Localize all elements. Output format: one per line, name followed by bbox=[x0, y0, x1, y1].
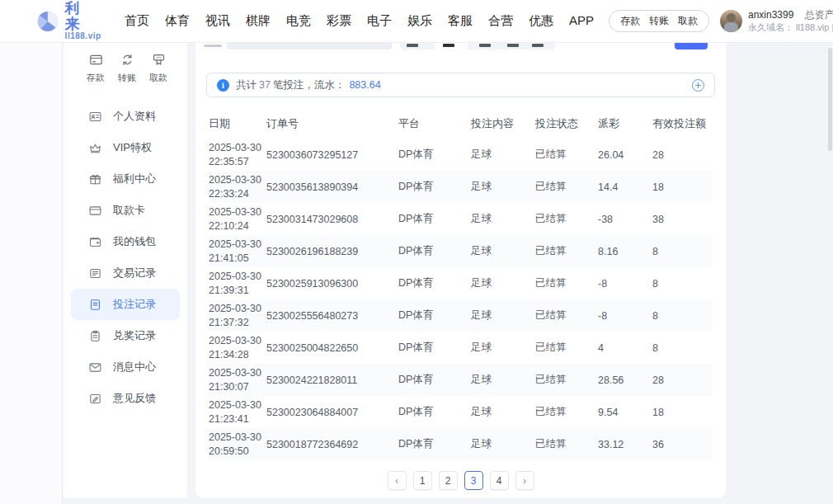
table-row[interactable]: 2025-03-3021:23:415230023064884007DP体育足球… bbox=[209, 396, 713, 428]
sidebar-item-3[interactable]: 取款卡 bbox=[71, 195, 180, 226]
table-row[interactable]: 2025-03-3021:30:075230024221828011DP体育足球… bbox=[209, 364, 713, 396]
plus-circle-icon[interactable] bbox=[692, 79, 704, 92]
sidebar-item-2[interactable]: 福利中心 bbox=[71, 163, 180, 195]
time-value: 22:33:24 bbox=[209, 188, 249, 200]
col-header-3: 投注内容 bbox=[471, 116, 535, 131]
nav-item-6[interactable]: 电子 bbox=[367, 13, 392, 29]
sidebar-item-0[interactable]: 个人资料 bbox=[71, 101, 180, 132]
cell-date: 2025-03-3020:59:50 bbox=[209, 431, 266, 459]
query-button[interactable] bbox=[675, 43, 708, 49]
cell-status: 已结算 bbox=[535, 180, 598, 194]
cell-platform: DP体育 bbox=[398, 212, 471, 226]
quick-action-2[interactable]: 取款 bbox=[149, 52, 167, 84]
prev-page-button[interactable]: ‹ bbox=[388, 471, 407, 490]
time-value: 21:41:05 bbox=[209, 252, 249, 264]
quick-action-1[interactable]: 转账 bbox=[118, 52, 136, 84]
cell-platform: DP体育 bbox=[398, 244, 471, 258]
nav-item-3[interactable]: 棋牌 bbox=[246, 13, 271, 29]
page-button-4[interactable]: 4 bbox=[490, 471, 509, 490]
nav-item-4[interactable]: 电竞 bbox=[286, 13, 311, 29]
nav-item-7[interactable]: 娱乐 bbox=[407, 13, 432, 29]
sidebar-item-7[interactable]: 兑奖记录 bbox=[71, 320, 180, 351]
cell-payout: -8 bbox=[598, 310, 652, 322]
nav-item-8[interactable]: 客服 bbox=[448, 13, 473, 29]
cell-content: 足球 bbox=[471, 405, 535, 419]
pill-action-1[interactable]: 转账 bbox=[649, 14, 669, 28]
sidebar: 存款转账取款 个人资料VIP特权福利中心取款卡我的钱包交易记录投注记录兑奖记录消… bbox=[64, 43, 187, 498]
cell-platform: DP体育 bbox=[398, 437, 471, 451]
id-card-icon bbox=[88, 110, 102, 124]
crown-icon bbox=[88, 141, 102, 155]
sidebar-item-8[interactable]: 消息中心 bbox=[71, 351, 180, 383]
avatar[interactable] bbox=[720, 10, 742, 32]
sidebar-item-label: 取款卡 bbox=[113, 203, 145, 218]
sidebar-item-4[interactable]: 我的钱包 bbox=[71, 226, 180, 257]
time-value: 21:30:07 bbox=[209, 381, 249, 393]
sidebar-item-label: VIP特权 bbox=[113, 140, 152, 155]
summary-bar: 共计37笔投注，流水：883.64 bbox=[206, 73, 715, 97]
time-value: 22:10:24 bbox=[209, 220, 249, 232]
table-row[interactable]: 2025-03-3020:59:505230018772364692DP体育足球… bbox=[209, 428, 713, 460]
table-row[interactable]: 2025-03-3022:10:245230031473029608DP体育足球… bbox=[209, 203, 713, 235]
scrollbar-thumb[interactable] bbox=[828, 48, 832, 151]
sidebar-item-6[interactable]: 投注记录 bbox=[71, 289, 180, 320]
bank-card-icon bbox=[88, 204, 102, 218]
filter-row-cutoff bbox=[207, 43, 714, 51]
user-info: anxin3399 总资产： 1363.49元 永久域名： ll188.vip … bbox=[720, 9, 821, 34]
cell-payout: -38 bbox=[598, 214, 652, 225]
nav-item-5[interactable]: 彩票 bbox=[327, 13, 351, 29]
cell-date: 2025-03-3021:30:07 bbox=[209, 366, 266, 394]
main-nav: 首页体育视讯棋牌电竞彩票电子娱乐客服合营优惠APP bbox=[125, 13, 594, 29]
quick-action-label: 转账 bbox=[118, 72, 136, 84]
date-range-input[interactable] bbox=[227, 43, 392, 49]
cell-order: 5230025556480273 bbox=[266, 310, 398, 322]
page-button-2[interactable]: 2 bbox=[439, 471, 458, 490]
col-header-4: 投注状态 bbox=[535, 116, 598, 131]
nav-item-2[interactable]: 视讯 bbox=[205, 13, 230, 29]
sidebar-item-1[interactable]: VIP特权 bbox=[71, 132, 180, 163]
username: anxin3399 bbox=[748, 9, 793, 21]
table-row[interactable]: 2025-03-3022:35:575230036073295127DP体育足球… bbox=[209, 139, 713, 171]
table-row[interactable]: 2025-03-3021:34:285230025004822650DP体育足球… bbox=[209, 332, 713, 364]
cell-payout: -8 bbox=[598, 278, 652, 290]
user-line-1: anxin3399 总资产： 1363.49元 bbox=[748, 9, 833, 21]
sidebar-item-5[interactable]: 交易记录 bbox=[71, 257, 180, 289]
quick-action-0[interactable]: 存款 bbox=[87, 52, 105, 84]
pill-action-0[interactable]: 存款 bbox=[620, 14, 640, 28]
col-header-1: 订单号 bbox=[266, 116, 398, 131]
cell-status: 已结算 bbox=[535, 148, 598, 162]
summary-text: 共计37笔投注，流水：883.64 bbox=[236, 78, 381, 92]
sidebar-item-label: 消息中心 bbox=[113, 360, 156, 374]
pill-action-2[interactable]: 取款 bbox=[678, 14, 698, 28]
cell-date: 2025-03-3021:34:28 bbox=[209, 334, 266, 362]
cell-valid-amount: 8 bbox=[652, 342, 713, 354]
bet-records-table: 日期订单号平台投注内容投注状态派彩有效投注额 2025-03-3022:35:5… bbox=[209, 108, 713, 460]
prize-icon bbox=[88, 329, 102, 343]
cell-order: 5230031473029608 bbox=[266, 214, 398, 225]
table-row[interactable]: 2025-03-3021:37:325230025556480273DP体育足球… bbox=[209, 299, 713, 332]
cell-platform: DP体育 bbox=[398, 405, 471, 419]
nav-item-0[interactable]: 首页 bbox=[125, 13, 149, 29]
cell-order: 5230026196188239 bbox=[266, 246, 398, 257]
cell-date: 2025-03-3021:23:41 bbox=[209, 398, 266, 426]
brand-logo[interactable]: 利 来 ll188.vip bbox=[36, 1, 106, 40]
nav-item-11[interactable]: APP bbox=[569, 13, 594, 29]
nav-item-1[interactable]: 体育 bbox=[165, 13, 190, 29]
table-row[interactable]: 2025-03-3022:33:245230035613890394DP体育足球… bbox=[209, 171, 713, 203]
table-row[interactable]: 2025-03-3021:39:315230025913096300DP体育足球… bbox=[209, 267, 713, 299]
col-header-6: 有效投注额 bbox=[652, 116, 713, 131]
nav-item-9[interactable]: 合营 bbox=[488, 13, 513, 29]
time-value: 21:23:41 bbox=[209, 413, 249, 425]
table-row[interactable]: 2025-03-3021:41:055230026196188239DP体育足球… bbox=[209, 235, 713, 267]
date-filter-tabs[interactable] bbox=[400, 43, 555, 49]
sidebar-item-9[interactable]: 意见反馈 bbox=[71, 383, 180, 414]
nav-item-10[interactable]: 优惠 bbox=[529, 13, 553, 29]
sidebar-item-label: 个人资料 bbox=[113, 109, 156, 124]
cell-platform: DP体育 bbox=[398, 276, 471, 290]
cell-valid-amount: 18 bbox=[652, 181, 713, 193]
brand-name: 利 来 bbox=[65, 1, 106, 32]
page-button-1[interactable]: 1 bbox=[413, 471, 432, 490]
page-button-3[interactable]: 3 bbox=[464, 471, 483, 490]
next-page-button[interactable]: › bbox=[515, 471, 534, 490]
date-value: 2025-03-30 bbox=[209, 399, 261, 411]
